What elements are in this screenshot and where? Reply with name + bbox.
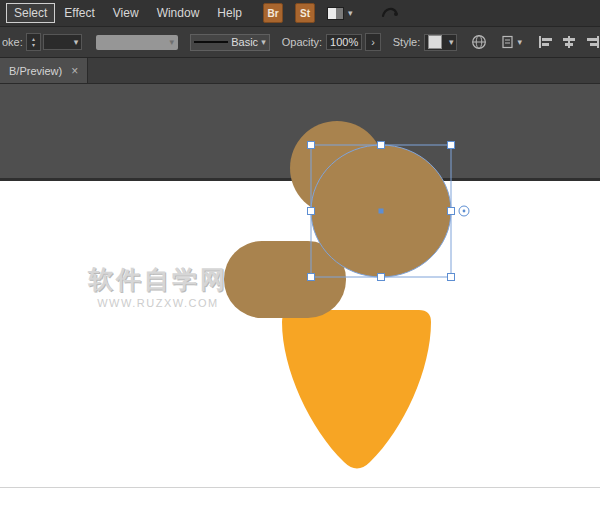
- graphic-styles-button[interactable]: St: [295, 3, 315, 23]
- document-icon: [501, 35, 514, 49]
- opacity-value: 100%: [330, 36, 358, 48]
- menu-view[interactable]: View: [104, 4, 148, 22]
- menu-window[interactable]: Window: [148, 4, 209, 22]
- selection-handle[interactable]: [308, 142, 315, 149]
- brush-stroke-preview: [194, 41, 228, 43]
- arrange-documents-button[interactable]: ▾: [327, 7, 353, 20]
- brush-name: Basic: [231, 36, 258, 48]
- style-label: Style:: [393, 36, 421, 48]
- artwork-layer: [0, 84, 600, 508]
- selection-handle[interactable]: [308, 274, 315, 281]
- selection-handle[interactable]: [448, 208, 455, 215]
- more-icon: ›: [371, 36, 375, 48]
- width-profile-dropdown[interactable]: ▾: [96, 35, 178, 50]
- align-buttons: [538, 35, 600, 49]
- grid-icon: [327, 7, 344, 20]
- chevron-down-icon: ▾: [170, 38, 175, 47]
- selection-handle[interactable]: [448, 274, 455, 281]
- document-info-button[interactable]: [471, 34, 487, 50]
- opacity-label[interactable]: Opacity:: [282, 36, 322, 48]
- control-bar: oke: ▴ ▾ ▾ ▾ Basic ▾ Opacity: 100% › Sty…: [0, 26, 600, 58]
- opacity-panel-button[interactable]: ›: [365, 33, 381, 51]
- transform-reference-widget[interactable]: [459, 206, 469, 216]
- acorn-body-shape[interactable]: [282, 310, 431, 469]
- chevron-down-icon: ▾: [74, 38, 79, 47]
- stroke-weight-stepper[interactable]: ▴ ▾: [26, 33, 42, 51]
- artboard-bottom-edge: [0, 487, 600, 488]
- style-dropdown[interactable]: ▾: [424, 34, 457, 51]
- align-right-button[interactable]: [584, 35, 600, 49]
- style-swatch: [428, 35, 442, 49]
- menu-help[interactable]: Help: [208, 4, 251, 22]
- selection-handle[interactable]: [378, 142, 385, 149]
- document-tab[interactable]: B/Preview) ×: [0, 58, 88, 83]
- stepper-down-icon[interactable]: ▾: [32, 42, 35, 48]
- chevron-down-icon: ▾: [449, 38, 454, 47]
- menu-effect[interactable]: Effect: [55, 4, 103, 22]
- brush-definition-dropdown[interactable]: Basic ▾: [190, 34, 270, 51]
- align-left-button[interactable]: [538, 35, 554, 49]
- stroke-weight-dropdown[interactable]: ▾: [43, 34, 82, 50]
- gesture-icon[interactable]: [381, 5, 399, 21]
- align-center-button[interactable]: [561, 35, 577, 49]
- menu-select[interactable]: Select: [6, 3, 55, 23]
- selection-center-anchor[interactable]: [379, 209, 384, 214]
- selection-handle[interactable]: [308, 208, 315, 215]
- selection-handle[interactable]: [378, 274, 385, 281]
- chevron-down-icon: ▾: [348, 9, 353, 18]
- menu-bar: Select Effect View Window Help Br St ▾: [0, 0, 600, 26]
- document-tab-label: B/Preview): [9, 65, 62, 77]
- brushes-button[interactable]: Br: [263, 3, 283, 23]
- selection-handle[interactable]: [448, 142, 455, 149]
- globe-icon: [471, 34, 487, 50]
- document-tab-bar: B/Preview) ×: [0, 58, 600, 84]
- stroke-label: oke:: [2, 36, 23, 48]
- close-icon[interactable]: ×: [71, 65, 78, 77]
- chevron-down-icon: ▾: [261, 38, 266, 47]
- chevron-down-icon: ▾: [517, 38, 522, 47]
- canvas[interactable]: 软件自学网 WWW.RUZXW.COM: [0, 84, 600, 508]
- opacity-value-field[interactable]: 100%: [326, 34, 362, 50]
- document-setup-button[interactable]: ▾: [501, 35, 522, 49]
